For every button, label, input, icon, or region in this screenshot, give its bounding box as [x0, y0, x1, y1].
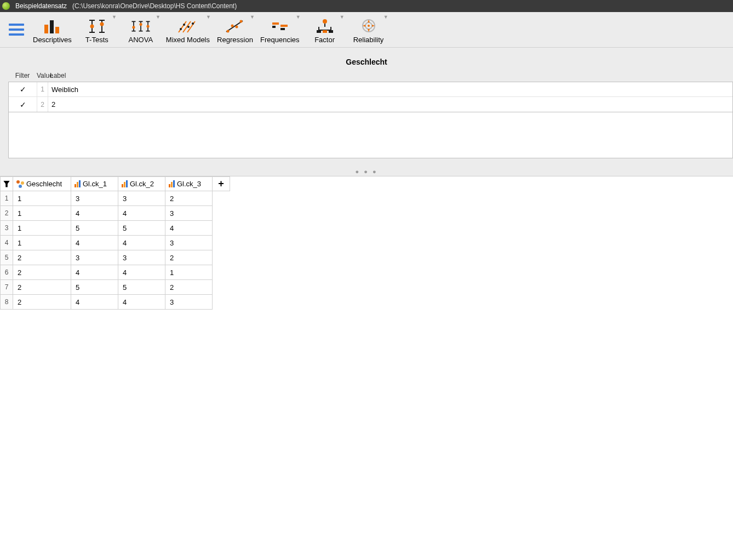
data-row[interactable]: 72552 — [0, 280, 733, 295]
data-cell[interactable]: 2 — [13, 250, 71, 265]
svg-rect-44 — [317, 30, 321, 33]
data-row[interactable]: 82443 — [0, 295, 733, 310]
column-header-glck3[interactable]: Gl.ck_3 — [165, 176, 213, 191]
data-cell[interactable]: 1 — [165, 265, 213, 280]
column-header-label: Gl.ck_1 — [83, 180, 107, 188]
column-header-glck1[interactable]: Gl.ck_1 — [71, 176, 118, 191]
titlebar: Beispieldatensatz (C:\Users\konra\OneDri… — [0, 0, 733, 12]
ttests-icon — [86, 17, 108, 33]
data-row[interactable]: 21443 — [0, 206, 733, 221]
descriptives-icon — [41, 17, 63, 33]
data-cell[interactable]: 3 — [165, 206, 213, 221]
data-cell[interactable]: 4 — [118, 206, 165, 221]
toolbar-descriptives[interactable]: Descriptives — [30, 12, 75, 47]
data-cell[interactable]: 1 — [13, 191, 71, 206]
toolbar-anova[interactable]: ▼ ANOVA — [119, 12, 163, 47]
filter-column-header[interactable] — [0, 176, 13, 191]
jasp-app-icon — [2, 2, 10, 10]
svg-point-33 — [236, 26, 238, 28]
data-cell[interactable]: 1 — [13, 221, 71, 236]
row-index: 1 — [0, 191, 13, 206]
svg-rect-37 — [280, 25, 288, 27]
value-labels-row[interactable]: ✓ 1 Weiblich — [9, 82, 732, 97]
svg-point-49 — [368, 25, 370, 27]
hamburger-menu-button[interactable] — [3, 12, 30, 47]
data-row[interactable]: 11332 — [0, 191, 733, 206]
data-cell[interactable]: 3 — [165, 295, 213, 310]
svg-rect-38 — [280, 28, 285, 30]
svg-point-29 — [192, 22, 194, 25]
variable-editor-title: Geschlecht — [0, 58, 733, 66]
svg-point-34 — [240, 20, 243, 23]
column-header-label: Geschlecht — [26, 180, 62, 188]
label-cell[interactable]: 2 — [48, 97, 732, 112]
toolbar-label: Mixed Models — [166, 36, 210, 44]
toolbar-label: Factor — [314, 36, 335, 44]
data-cell[interactable]: 4 — [118, 236, 165, 250]
toolbar-frequencies[interactable]: ▼ Frequencies — [257, 12, 303, 47]
column-header-geschlecht[interactable]: Geschlecht — [13, 176, 71, 191]
data-cell[interactable]: 3 — [71, 250, 118, 265]
data-row[interactable]: 31554 — [0, 221, 733, 236]
data-row[interactable]: 41443 — [0, 236, 733, 250]
label-cell[interactable]: Weiblich — [48, 82, 732, 96]
anova-icon — [130, 17, 152, 33]
toolbar-ttests[interactable]: ▼ T-Tests — [75, 12, 119, 47]
data-row[interactable]: 62441 — [0, 265, 733, 280]
svg-rect-0 — [44, 25, 48, 33]
data-cell[interactable]: 4 — [71, 295, 118, 310]
filter-toggle[interactable]: ✓ — [9, 97, 37, 112]
data-cell[interactable]: 3 — [118, 191, 165, 206]
panel-resize-handle[interactable]: ● ● ● — [355, 168, 377, 175]
svg-point-6 — [90, 25, 94, 28]
filter-toggle[interactable]: ✓ — [9, 82, 37, 96]
svg-rect-2 — [55, 27, 59, 33]
data-cell[interactable]: 1 — [13, 236, 71, 250]
svg-point-31 — [227, 30, 230, 33]
data-cell[interactable]: 4 — [165, 221, 213, 236]
data-cell[interactable]: 4 — [71, 265, 118, 280]
data-cell[interactable]: 3 — [118, 250, 165, 265]
value-labels-row[interactable]: ✓ 2 2 — [9, 97, 732, 112]
data-cell[interactable]: 4 — [71, 236, 118, 250]
data-cell[interactable]: 4 — [71, 206, 118, 221]
data-cell[interactable]: 2 — [13, 295, 71, 310]
data-cell[interactable]: 5 — [71, 221, 118, 236]
check-icon: ✓ — [20, 85, 26, 94]
add-column-button[interactable]: + — [213, 176, 230, 191]
factor-icon — [314, 17, 336, 33]
data-cell[interactable]: 3 — [71, 191, 118, 206]
data-cell[interactable]: 4 — [118, 265, 165, 280]
svg-rect-35 — [272, 22, 279, 25]
svg-point-32 — [231, 25, 234, 27]
data-cell[interactable]: 2 — [13, 280, 71, 295]
column-header-label: Gl.ck_3 — [177, 180, 201, 188]
svg-point-20 — [132, 26, 135, 28]
hamburger-icon — [9, 24, 24, 36]
toolbar-reliability[interactable]: ▼ Reliability — [347, 12, 391, 47]
row-index: 2 — [0, 206, 13, 221]
data-cell[interactable]: 2 — [13, 265, 71, 280]
column-header-glck2[interactable]: Gl.ck_2 — [118, 176, 165, 191]
scale-type-icon — [169, 180, 175, 187]
toolbar-mixed-models[interactable]: ▼ Mixed Models — [163, 12, 213, 47]
data-cell[interactable]: 5 — [71, 280, 118, 295]
data-cell[interactable]: 2 — [165, 250, 213, 265]
toolbar-label: Regression — [217, 36, 253, 44]
svg-rect-36 — [272, 26, 276, 28]
column-header-label: Gl.ck_2 — [130, 180, 154, 188]
frequencies-icon — [269, 17, 291, 33]
svg-point-39 — [323, 19, 327, 24]
nominal-type-icon — [16, 180, 24, 188]
data-cell[interactable]: 2 — [165, 191, 213, 206]
toolbar-factor[interactable]: ▼ Factor — [303, 12, 347, 47]
data-cell[interactable]: 2 — [165, 280, 213, 295]
toolbar-regression[interactable]: ▼ Regression — [213, 12, 257, 47]
data-cell[interactable]: 5 — [118, 280, 165, 295]
data-row[interactable]: 52332 — [0, 250, 733, 265]
toolbar-label: ANOVA — [129, 36, 153, 44]
data-cell[interactable]: 1 — [13, 206, 71, 221]
data-cell[interactable]: 3 — [165, 236, 213, 250]
data-cell[interactable]: 4 — [118, 295, 165, 310]
data-cell[interactable]: 5 — [118, 221, 165, 236]
